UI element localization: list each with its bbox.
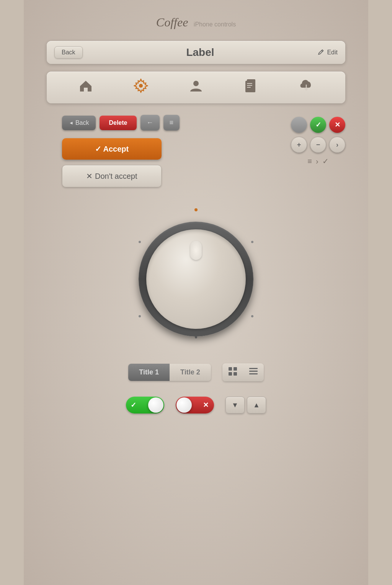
plus-button[interactable]: + bbox=[291, 137, 307, 153]
svg-rect-11 bbox=[249, 368, 258, 369]
list-view-icon bbox=[249, 368, 258, 375]
status-check-button[interactable]: ✓ bbox=[310, 117, 326, 133]
left-controls: Back Delete ← ≡ ✓ Accept ✕ Don't accept bbox=[54, 115, 276, 199]
main-controls-section: Back Delete ← ≡ ✓ Accept ✕ Don't accept … bbox=[47, 115, 345, 199]
segment-control: Title 1 Title 2 bbox=[128, 364, 211, 381]
toggle-x-icon: ✕ bbox=[203, 401, 209, 409]
svg-rect-8 bbox=[234, 367, 237, 371]
view-toggle bbox=[222, 363, 264, 381]
knob-dot-tr bbox=[251, 241, 253, 243]
grid-icon bbox=[229, 367, 237, 376]
toggle-on-switch[interactable]: ✓ bbox=[126, 397, 164, 413]
page-container: Coffee iPhone controls Back Label Edit bbox=[24, 0, 368, 585]
svg-rect-13 bbox=[249, 373, 258, 374]
toggle-check-icon: ✓ bbox=[131, 401, 136, 409]
svg-rect-7 bbox=[229, 367, 232, 371]
left-arrow-button[interactable]: ← bbox=[140, 115, 160, 131]
grid-view-button[interactable] bbox=[222, 363, 243, 381]
toggle-section: ✓ ✕ ▼ ▲ bbox=[47, 397, 345, 413]
svg-rect-3 bbox=[245, 81, 254, 92]
arrow-icon: › bbox=[316, 157, 318, 166]
knob-section bbox=[47, 203, 345, 356]
stepper-down-button[interactable]: ▼ bbox=[225, 397, 245, 413]
back-label: Back bbox=[75, 119, 89, 126]
accept-button[interactable]: ✓ Accept bbox=[62, 138, 162, 160]
edit-label: Edit bbox=[327, 49, 338, 56]
check-icon: ✓ bbox=[322, 157, 329, 166]
svg-rect-6 bbox=[247, 87, 251, 88]
tab-bar bbox=[47, 72, 345, 103]
knob-indicator bbox=[190, 241, 202, 260]
toggle-on-thumb bbox=[148, 397, 163, 413]
action-buttons: ✓ Accept ✕ Don't accept bbox=[54, 138, 276, 187]
list-icon: ≡ bbox=[307, 157, 312, 166]
cloud-download-icon[interactable] bbox=[299, 78, 314, 96]
nav-bar: Back Label Edit bbox=[47, 41, 345, 64]
svg-rect-9 bbox=[229, 372, 232, 376]
action-controls-row: + − › bbox=[291, 137, 345, 153]
user-icon[interactable] bbox=[189, 78, 203, 96]
nav-edit-button[interactable]: Edit bbox=[318, 49, 338, 56]
toggle-off-thumb bbox=[176, 397, 192, 413]
minus-button[interactable]: − bbox=[310, 137, 326, 153]
right-controls: ✓ ✕ + − › ≡ › ✓ bbox=[291, 115, 345, 199]
svg-rect-5 bbox=[247, 85, 252, 86]
toggle-off-switch[interactable]: ✕ bbox=[176, 397, 214, 413]
segment-title1-button[interactable]: Title 1 bbox=[128, 364, 170, 381]
knob-top-dot bbox=[194, 208, 198, 211]
status-inactive-button[interactable] bbox=[291, 117, 307, 133]
svg-point-0 bbox=[139, 84, 143, 88]
app-subtitle: iPhone controls bbox=[194, 21, 236, 28]
back-button[interactable]: Back bbox=[62, 116, 96, 130]
pencil-icon bbox=[318, 49, 325, 56]
nav-label: Label bbox=[186, 46, 214, 59]
app-title: Coffee bbox=[156, 15, 188, 29]
delete-button[interactable]: Delete bbox=[100, 116, 136, 130]
knob-wrapper bbox=[135, 218, 257, 340]
small-icons-row: ≡ › ✓ bbox=[307, 157, 328, 166]
segment-title2-button[interactable]: Title 2 bbox=[170, 364, 211, 381]
list-view-button[interactable] bbox=[243, 363, 264, 381]
knob-inner[interactable] bbox=[146, 229, 246, 329]
document-icon[interactable] bbox=[244, 78, 258, 96]
svg-rect-10 bbox=[234, 372, 237, 376]
dont-accept-button[interactable]: ✕ Don't accept bbox=[62, 165, 162, 187]
chevron-right-button[interactable]: › bbox=[329, 137, 345, 153]
svg-rect-12 bbox=[249, 371, 258, 372]
status-buttons-row: ✓ ✕ bbox=[291, 117, 345, 133]
knob-outer[interactable] bbox=[139, 222, 253, 337]
stepper-section: ▼ ▲ bbox=[225, 397, 266, 413]
header: Coffee iPhone controls bbox=[47, 15, 345, 29]
knob-dot-br bbox=[251, 315, 253, 317]
svg-point-1 bbox=[193, 81, 199, 86]
nav-back-button[interactable]: Back bbox=[54, 46, 83, 59]
settings-icon[interactable] bbox=[134, 78, 148, 96]
segment-section: Title 1 Title 2 bbox=[47, 356, 345, 389]
buttons-row: Back Delete ← ≡ bbox=[54, 115, 276, 131]
knob-dot-bl bbox=[139, 315, 141, 317]
stepper-up-button[interactable]: ▲ bbox=[247, 397, 266, 413]
menu-button[interactable]: ≡ bbox=[163, 115, 180, 131]
home-icon[interactable] bbox=[78, 78, 93, 96]
knob-dot-tl bbox=[139, 241, 141, 243]
svg-rect-4 bbox=[247, 83, 252, 84]
status-x-button[interactable]: ✕ bbox=[329, 117, 345, 133]
